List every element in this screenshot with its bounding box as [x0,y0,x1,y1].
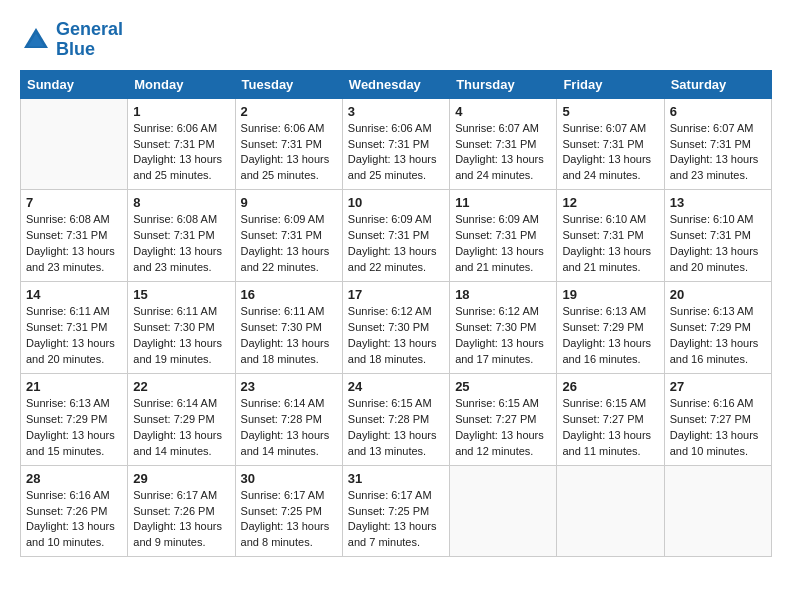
day-info: Sunrise: 6:11 AM Sunset: 7:31 PM Dayligh… [26,304,122,368]
calendar-cell: 10Sunrise: 6:09 AM Sunset: 7:31 PM Dayli… [342,190,449,282]
calendar-cell: 12Sunrise: 6:10 AM Sunset: 7:31 PM Dayli… [557,190,664,282]
calendar-cell: 20Sunrise: 6:13 AM Sunset: 7:29 PM Dayli… [664,282,771,374]
day-number: 22 [133,379,229,394]
day-info: Sunrise: 6:11 AM Sunset: 7:30 PM Dayligh… [133,304,229,368]
day-number: 27 [670,379,766,394]
day-info: Sunrise: 6:10 AM Sunset: 7:31 PM Dayligh… [562,212,658,276]
day-info: Sunrise: 6:15 AM Sunset: 7:27 PM Dayligh… [562,396,658,460]
weekday-header-row: SundayMondayTuesdayWednesdayThursdayFrid… [21,70,772,98]
calendar-cell: 8Sunrise: 6:08 AM Sunset: 7:31 PM Daylig… [128,190,235,282]
calendar-cell: 23Sunrise: 6:14 AM Sunset: 7:28 PM Dayli… [235,373,342,465]
weekday-header-friday: Friday [557,70,664,98]
day-info: Sunrise: 6:09 AM Sunset: 7:31 PM Dayligh… [241,212,337,276]
day-info: Sunrise: 6:12 AM Sunset: 7:30 PM Dayligh… [348,304,444,368]
day-number: 13 [670,195,766,210]
weekday-header-wednesday: Wednesday [342,70,449,98]
page-header: General Blue [20,20,772,60]
day-info: Sunrise: 6:07 AM Sunset: 7:31 PM Dayligh… [670,121,766,185]
day-info: Sunrise: 6:16 AM Sunset: 7:26 PM Dayligh… [26,488,122,552]
day-info: Sunrise: 6:17 AM Sunset: 7:25 PM Dayligh… [241,488,337,552]
day-number: 6 [670,104,766,119]
day-info: Sunrise: 6:13 AM Sunset: 7:29 PM Dayligh… [562,304,658,368]
day-number: 30 [241,471,337,486]
day-number: 18 [455,287,551,302]
day-info: Sunrise: 6:16 AM Sunset: 7:27 PM Dayligh… [670,396,766,460]
day-info: Sunrise: 6:06 AM Sunset: 7:31 PM Dayligh… [348,121,444,185]
day-number: 12 [562,195,658,210]
day-number: 3 [348,104,444,119]
calendar-cell: 14Sunrise: 6:11 AM Sunset: 7:31 PM Dayli… [21,282,128,374]
day-info: Sunrise: 6:08 AM Sunset: 7:31 PM Dayligh… [26,212,122,276]
weekday-header-sunday: Sunday [21,70,128,98]
calendar-cell: 2Sunrise: 6:06 AM Sunset: 7:31 PM Daylig… [235,98,342,190]
day-info: Sunrise: 6:06 AM Sunset: 7:31 PM Dayligh… [133,121,229,185]
calendar-cell: 30Sunrise: 6:17 AM Sunset: 7:25 PM Dayli… [235,465,342,557]
calendar-cell: 25Sunrise: 6:15 AM Sunset: 7:27 PM Dayli… [450,373,557,465]
calendar-table: SundayMondayTuesdayWednesdayThursdayFrid… [20,70,772,558]
day-number: 7 [26,195,122,210]
calendar-cell: 6Sunrise: 6:07 AM Sunset: 7:31 PM Daylig… [664,98,771,190]
logo-icon [20,24,52,56]
calendar-cell: 11Sunrise: 6:09 AM Sunset: 7:31 PM Dayli… [450,190,557,282]
day-info: Sunrise: 6:15 AM Sunset: 7:28 PM Dayligh… [348,396,444,460]
calendar-cell: 29Sunrise: 6:17 AM Sunset: 7:26 PM Dayli… [128,465,235,557]
logo-text: General Blue [56,20,123,60]
calendar-cell: 3Sunrise: 6:06 AM Sunset: 7:31 PM Daylig… [342,98,449,190]
day-number: 1 [133,104,229,119]
day-number: 10 [348,195,444,210]
day-number: 4 [455,104,551,119]
calendar-cell: 17Sunrise: 6:12 AM Sunset: 7:30 PM Dayli… [342,282,449,374]
calendar-cell: 7Sunrise: 6:08 AM Sunset: 7:31 PM Daylig… [21,190,128,282]
weekday-header-monday: Monday [128,70,235,98]
calendar-cell: 9Sunrise: 6:09 AM Sunset: 7:31 PM Daylig… [235,190,342,282]
calendar-cell: 5Sunrise: 6:07 AM Sunset: 7:31 PM Daylig… [557,98,664,190]
day-number: 24 [348,379,444,394]
day-info: Sunrise: 6:17 AM Sunset: 7:25 PM Dayligh… [348,488,444,552]
day-number: 9 [241,195,337,210]
day-info: Sunrise: 6:08 AM Sunset: 7:31 PM Dayligh… [133,212,229,276]
day-info: Sunrise: 6:11 AM Sunset: 7:30 PM Dayligh… [241,304,337,368]
day-number: 19 [562,287,658,302]
calendar-cell: 27Sunrise: 6:16 AM Sunset: 7:27 PM Dayli… [664,373,771,465]
day-number: 15 [133,287,229,302]
calendar-cell [450,465,557,557]
day-info: Sunrise: 6:07 AM Sunset: 7:31 PM Dayligh… [562,121,658,185]
day-number: 28 [26,471,122,486]
calendar-cell: 24Sunrise: 6:15 AM Sunset: 7:28 PM Dayli… [342,373,449,465]
calendar-week-3: 14Sunrise: 6:11 AM Sunset: 7:31 PM Dayli… [21,282,772,374]
calendar-cell [557,465,664,557]
calendar-cell: 1Sunrise: 6:06 AM Sunset: 7:31 PM Daylig… [128,98,235,190]
weekday-header-tuesday: Tuesday [235,70,342,98]
calendar-week-4: 21Sunrise: 6:13 AM Sunset: 7:29 PM Dayli… [21,373,772,465]
day-info: Sunrise: 6:12 AM Sunset: 7:30 PM Dayligh… [455,304,551,368]
day-info: Sunrise: 6:17 AM Sunset: 7:26 PM Dayligh… [133,488,229,552]
day-number: 17 [348,287,444,302]
calendar-cell: 16Sunrise: 6:11 AM Sunset: 7:30 PM Dayli… [235,282,342,374]
day-number: 16 [241,287,337,302]
calendar-cell: 18Sunrise: 6:12 AM Sunset: 7:30 PM Dayli… [450,282,557,374]
calendar-cell: 28Sunrise: 6:16 AM Sunset: 7:26 PM Dayli… [21,465,128,557]
day-info: Sunrise: 6:15 AM Sunset: 7:27 PM Dayligh… [455,396,551,460]
weekday-header-thursday: Thursday [450,70,557,98]
day-info: Sunrise: 6:14 AM Sunset: 7:29 PM Dayligh… [133,396,229,460]
calendar-cell: 4Sunrise: 6:07 AM Sunset: 7:31 PM Daylig… [450,98,557,190]
day-number: 29 [133,471,229,486]
day-number: 20 [670,287,766,302]
calendar-cell: 15Sunrise: 6:11 AM Sunset: 7:30 PM Dayli… [128,282,235,374]
day-number: 26 [562,379,658,394]
day-info: Sunrise: 6:07 AM Sunset: 7:31 PM Dayligh… [455,121,551,185]
calendar-week-5: 28Sunrise: 6:16 AM Sunset: 7:26 PM Dayli… [21,465,772,557]
day-number: 25 [455,379,551,394]
day-number: 23 [241,379,337,394]
day-number: 21 [26,379,122,394]
logo: General Blue [20,20,123,60]
day-info: Sunrise: 6:13 AM Sunset: 7:29 PM Dayligh… [670,304,766,368]
weekday-header-saturday: Saturday [664,70,771,98]
day-number: 8 [133,195,229,210]
day-number: 5 [562,104,658,119]
calendar-week-1: 1Sunrise: 6:06 AM Sunset: 7:31 PM Daylig… [21,98,772,190]
day-info: Sunrise: 6:10 AM Sunset: 7:31 PM Dayligh… [670,212,766,276]
day-number: 31 [348,471,444,486]
calendar-cell [21,98,128,190]
calendar-cell: 21Sunrise: 6:13 AM Sunset: 7:29 PM Dayli… [21,373,128,465]
